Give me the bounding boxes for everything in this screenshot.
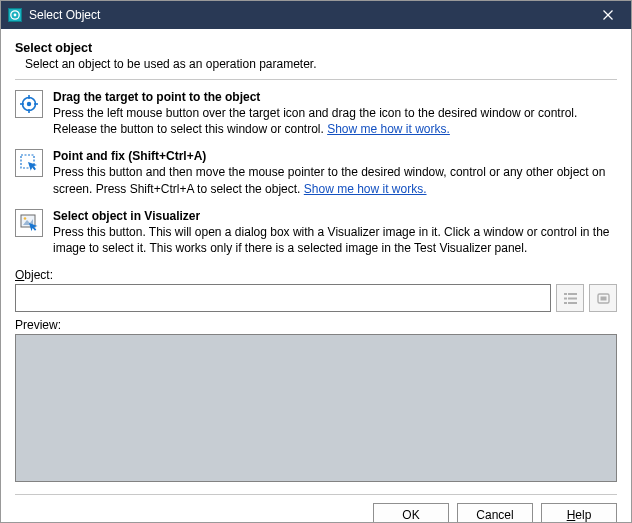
object-highlight-button[interactable]: [589, 284, 617, 312]
svg-point-2: [14, 14, 17, 17]
svg-rect-19: [564, 302, 567, 304]
object-label: Object:: [15, 268, 53, 282]
point-and-fix-button[interactable]: [15, 149, 43, 177]
bottom-separator: [15, 494, 617, 495]
visualizer-button[interactable]: [15, 209, 43, 237]
method-title: Drag the target to point to the object: [53, 90, 617, 104]
dialog-subheading: Select an object to be used as an operat…: [25, 57, 617, 71]
show-me-link[interactable]: Show me how it works.: [327, 122, 450, 136]
ok-button[interactable]: OK: [373, 503, 449, 523]
svg-rect-20: [568, 302, 577, 304]
visualizer-icon: [20, 214, 38, 232]
object-input[interactable]: [15, 284, 551, 312]
svg-rect-22: [600, 296, 606, 300]
method-desc: Press this button and then move the mous…: [53, 164, 617, 196]
method-title: Select object in Visualizer: [53, 209, 617, 223]
list-icon: [563, 291, 578, 306]
method-visualizer: Select object in Visualizer Press this b…: [15, 209, 617, 256]
method-title: Point and fix (Shift+Ctrl+A): [53, 149, 617, 163]
svg-point-14: [24, 217, 27, 220]
preview-label: Preview:: [15, 318, 617, 332]
method-drag-target: Drag the target to point to the object P…: [15, 90, 617, 137]
target-icon: [20, 95, 38, 113]
method-desc: Press the left mouse button over the tar…: [53, 105, 617, 137]
show-me-link[interactable]: Show me how it works.: [304, 182, 427, 196]
window-title: Select Object: [29, 8, 587, 22]
close-icon: [603, 10, 613, 20]
highlight-icon: [596, 291, 611, 306]
help-button[interactable]: Help: [541, 503, 617, 523]
preview-box: [15, 334, 617, 482]
svg-rect-15: [564, 293, 567, 295]
svg-rect-18: [568, 297, 577, 299]
method-desc: Press this button. This will open a dial…: [53, 224, 617, 256]
target-button[interactable]: [15, 90, 43, 118]
method-point-and-fix: Point and fix (Shift+Ctrl+A) Press this …: [15, 149, 617, 196]
titlebar: Select Object: [1, 1, 631, 29]
app-icon: [7, 7, 23, 23]
dialog-buttons: OK Cancel Help: [1, 503, 631, 523]
cancel-button[interactable]: Cancel: [457, 503, 533, 523]
object-list-button[interactable]: [556, 284, 584, 312]
point-and-fix-icon: [20, 154, 38, 172]
svg-point-6: [27, 102, 31, 106]
close-button[interactable]: [587, 1, 629, 29]
svg-rect-16: [568, 293, 577, 295]
dialog-heading: Select object: [15, 41, 617, 55]
svg-rect-17: [564, 297, 567, 299]
separator: [15, 79, 617, 80]
